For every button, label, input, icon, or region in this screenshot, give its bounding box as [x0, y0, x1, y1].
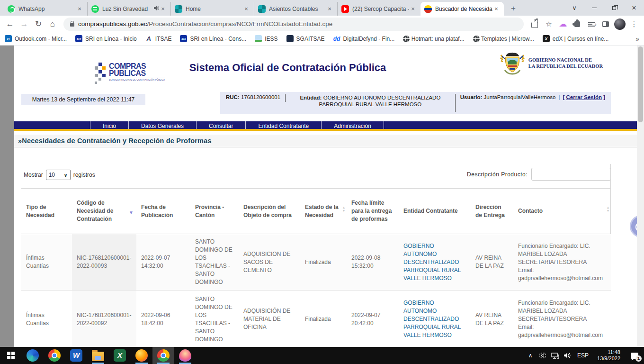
taskbar-chrome[interactable] — [44, 347, 65, 364]
capture-icon[interactable] — [537, 347, 549, 364]
cell-descripcion: ADQUISICIÓN DE MATERIAL DE OFICINA — [239, 291, 300, 347]
taskbar: W X ∧ ESP 11:48 13/9/2022 1 — [0, 347, 644, 364]
tab-home[interactable]: Home × — [170, 2, 254, 16]
scrollbar-thumb[interactable] — [638, 46, 643, 122]
col-tipo-necesidad[interactable]: Tipo de Necesidad — [21, 189, 72, 234]
window-restore-button[interactable] — [604, 0, 624, 16]
bookmark-label: Templates | Microw... — [481, 36, 534, 42]
home-button[interactable]: ⌂ — [45, 17, 60, 31]
taskbar-clock[interactable]: 11:48 13/9/2022 — [592, 349, 625, 362]
tab-close-icon[interactable]: × — [326, 5, 333, 13]
government-logo: GOBIERNO NACIONAL DE LA REPUBLICA DEL EC… — [500, 51, 603, 75]
bookmark-outlook[interactable]: oOutlook.com - Micr... — [5, 35, 67, 42]
profile-avatar[interactable] — [613, 17, 627, 31]
col-fecha-limite[interactable]: Fecha límite para la entrega de proforma… — [347, 189, 399, 234]
gov-line1: GOBIERNO NACIONAL DE — [528, 57, 603, 63]
product-filter-input[interactable] — [531, 168, 611, 181]
tab-close-icon[interactable]: × — [242, 5, 250, 13]
col-estado[interactable]: Estado de la Necesidad▴▾ — [300, 189, 347, 234]
taskbar-chrome-active[interactable] — [152, 347, 174, 364]
share-icon[interactable] — [528, 17, 542, 31]
sidebar-icon[interactable] — [599, 17, 613, 31]
tab-close-icon[interactable]: × — [76, 5, 83, 13]
tab-close-icon[interactable]: × — [409, 5, 417, 13]
cloud-extension-icon[interactable]: ☁ — [556, 17, 570, 31]
notification-center-button[interactable]: 1 — [625, 347, 644, 364]
socio-icon — [258, 5, 266, 13]
col-provincia[interactable]: Provincia - Cantón — [190, 189, 239, 234]
entidad-link[interactable]: GOBIERNO AUTONOMO DESCENTRALIZADO PARROQ… — [403, 243, 461, 282]
nav-item-administracion[interactable]: Administración — [321, 121, 384, 129]
volume-icon[interactable] — [561, 347, 573, 364]
tab-asientos-contables[interactable]: Asientos Contables × — [254, 2, 337, 16]
taskbar-edge[interactable] — [22, 347, 44, 364]
tab-close-icon[interactable]: × — [159, 5, 167, 13]
col-fecha-publicacion[interactable]: Fecha de Publicación — [136, 189, 190, 234]
extensions-puzzle-icon[interactable] — [570, 17, 584, 31]
taskbar-explorer[interactable] — [87, 347, 109, 364]
col-codigo[interactable]: Código de Necesidad de Contratación▼ — [72, 189, 136, 234]
page-size-select[interactable]: 10∨ — [46, 170, 71, 180]
bookmark-sri-consultas[interactable]: SRISRI en Línea - Cons... — [180, 35, 246, 42]
tab-title: (22) Sercop Capacita - — [352, 6, 409, 12]
scrollbar[interactable] — [637, 46, 644, 347]
nav-item-inicio[interactable]: Inicio — [90, 121, 128, 129]
ruc-label: RUC: — [226, 94, 240, 100]
tab-youtube-sercop[interactable]: (22) Sercop Capacita - × — [337, 2, 420, 16]
kebab-menu-icon[interactable]: ⋮ — [627, 17, 641, 31]
bookmark-hotmart[interactable]: Hotmart: una plataf... — [403, 36, 464, 42]
bookmark-star-icon[interactable]: ☆ — [542, 17, 556, 31]
nav-item-datos-generales[interactable]: Datos Generales — [128, 121, 196, 129]
tray-chevron-icon[interactable]: ∧ — [524, 347, 537, 364]
cell-direccion: AV REINA DE LA PAZ — [471, 291, 513, 347]
taskbar-color-app[interactable] — [174, 347, 196, 364]
address-bar[interactable]: compraspublicas.gob.ec/ProcesoContrataci… — [63, 18, 524, 31]
reload-button[interactable]: ↻ — [31, 17, 45, 31]
window-close-button[interactable]: × — [624, 0, 644, 16]
sort-both-icon[interactable]: ▴▾ — [607, 206, 609, 212]
browser-toolbar: ← → ↻ ⌂ compraspublicas.gob.ec/ProcesoCo… — [0, 16, 644, 32]
bookmark-digitaldefynd[interactable]: ddDigitalDefynd - Fin... — [333, 35, 395, 42]
bookmark-templates[interactable]: Templates | Microw... — [473, 36, 534, 42]
back-button[interactable]: ← — [3, 17, 17, 31]
taskbar-word[interactable]: W — [65, 347, 87, 364]
col-entidad-contratante[interactable]: Entidad Contratante — [399, 189, 471, 234]
browser-tab-strip: WhatsApp × Luz Sin Gravedad × Home × Asi… — [0, 0, 644, 16]
tab-search-caret-icon[interactable]: ∨ — [564, 0, 584, 16]
col-direccion-entrega[interactable]: Dirección de Entrega — [471, 189, 513, 234]
nav-item-consultar[interactable]: Consultar — [196, 121, 245, 129]
lock-icon[interactable] — [70, 23, 74, 27]
start-button[interactable] — [0, 347, 22, 364]
tab-audio-icon[interactable] — [153, 5, 159, 12]
sort-desc-icon[interactable]: ▼ — [129, 209, 134, 217]
sort-both-icon[interactable]: ▴▾ — [343, 206, 345, 212]
bookmarks-overflow-icon[interactable]: » — [635, 35, 639, 43]
tab-buscador-necesidades[interactable]: Buscador de Necesida × — [420, 2, 504, 16]
logout-link[interactable]: [ Cerrar Sesión ] — [563, 94, 605, 100]
media-queue-icon[interactable] — [584, 17, 599, 31]
entidad-link[interactable]: GOBIERNO AUTONOMO DESCENTRALIZADO PARROQ… — [403, 300, 461, 338]
forward-button[interactable]: → — [17, 17, 31, 31]
floating-clock-widget[interactable] — [630, 215, 637, 237]
network-icon[interactable] — [549, 347, 561, 364]
url-text[interactable]: compraspublicas.gob.ec/ProcesoContrataci… — [78, 20, 332, 27]
explorer-icon — [92, 352, 104, 361]
taskbar-excel[interactable]: X — [109, 347, 131, 364]
taskbar-firefox[interactable] — [131, 347, 152, 364]
bookmark-itsae[interactable]: AITSAE — [145, 35, 172, 42]
col-contacto[interactable]: Contacto▴▾ — [513, 189, 611, 234]
bookmark-sri-inicio[interactable]: SRISRI en Línea - Inicio — [75, 35, 137, 42]
bookmark-edx[interactable]: XedX | Cursos en líne... — [543, 35, 609, 42]
language-indicator[interactable]: ESP — [573, 352, 592, 359]
nav-item-entidad-contratante[interactable]: Entidad Contratante — [245, 121, 321, 129]
word-icon: W — [70, 349, 82, 362]
new-tab-button[interactable]: + — [507, 2, 520, 15]
bookmark-iess[interactable]: IESS — [255, 35, 277, 42]
tab-whatsapp[interactable]: WhatsApp × — [4, 2, 87, 16]
screen: WhatsApp × Luz Sin Gravedad × Home × Asi… — [0, 0, 644, 364]
tab-close-icon[interactable]: × — [492, 5, 500, 13]
tab-spotify[interactable]: Luz Sin Gravedad × — [87, 2, 170, 16]
window-minimize-button[interactable] — [584, 0, 604, 16]
col-descripcion[interactable]: Descripción del Objeto de compra — [239, 189, 300, 234]
bookmark-sgaitsae[interactable]: SGAITSAE — [286, 35, 325, 42]
